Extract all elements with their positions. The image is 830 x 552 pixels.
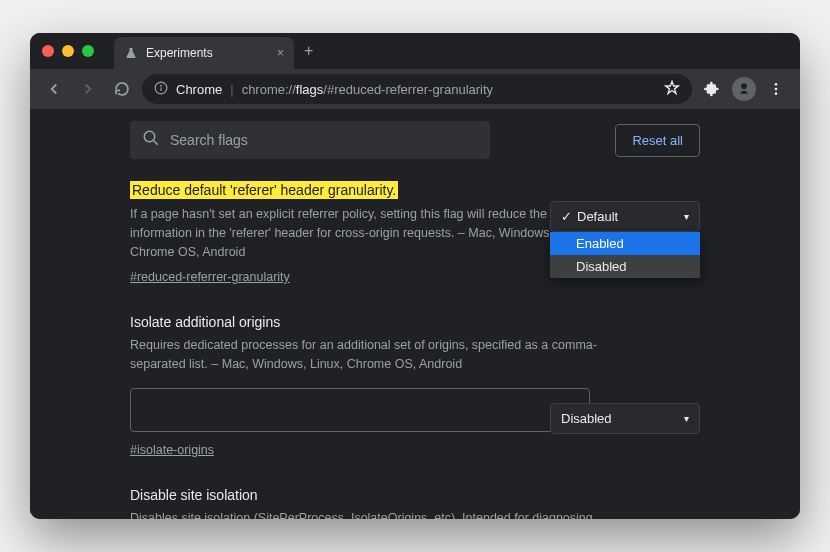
chevron-down-icon: ▾ bbox=[684, 211, 689, 222]
extension-area bbox=[698, 75, 790, 103]
tab-title: Experiments bbox=[146, 46, 213, 60]
menu-icon[interactable] bbox=[762, 75, 790, 103]
svg-point-3 bbox=[775, 83, 778, 86]
dropdown-option-enabled[interactable]: Enabled bbox=[550, 232, 700, 255]
flag-select-button[interactable]: Disabled ▾ bbox=[550, 403, 700, 434]
check-icon: ✓ bbox=[561, 209, 573, 224]
window-controls bbox=[42, 45, 94, 57]
flag-hash-link[interactable]: #isolate-origins bbox=[130, 443, 214, 457]
dropdown-option-disabled[interactable]: Disabled bbox=[550, 255, 700, 278]
search-input[interactable] bbox=[170, 132, 478, 148]
omnibox-label: Chrome bbox=[176, 82, 222, 97]
toolbar: Chrome | chrome://flags/#reduced-referre… bbox=[30, 69, 800, 109]
reload-button[interactable] bbox=[108, 75, 136, 103]
origins-input[interactable] bbox=[130, 388, 590, 432]
extensions-icon[interactable] bbox=[698, 75, 726, 103]
flag-title: Reduce default 'referer' header granular… bbox=[130, 181, 398, 199]
flag-title: Isolate additional origins bbox=[130, 314, 280, 330]
flag-select: ✓Default ▾ Enabled Disabled bbox=[550, 201, 700, 232]
search-box[interactable] bbox=[130, 121, 490, 159]
back-button[interactable] bbox=[40, 75, 68, 103]
flask-icon bbox=[124, 46, 138, 60]
close-window-button[interactable] bbox=[42, 45, 54, 57]
close-tab-icon[interactable]: × bbox=[277, 46, 284, 60]
flag-title: Disable site isolation bbox=[130, 487, 258, 503]
chevron-down-icon: ▾ bbox=[684, 413, 689, 424]
titlebar: Experiments × + bbox=[30, 33, 800, 69]
flag-select: Disabled ▾ bbox=[550, 403, 700, 434]
flag-description: Requires dedicated processes for an addi… bbox=[130, 336, 610, 374]
chrome-info-icon bbox=[154, 81, 168, 98]
address-bar[interactable]: Chrome | chrome://flags/#reduced-referre… bbox=[142, 74, 692, 104]
flags-list: Reduce default 'referer' header granular… bbox=[30, 171, 800, 519]
search-icon bbox=[142, 129, 160, 151]
reset-all-button[interactable]: Reset all bbox=[615, 124, 700, 157]
flag-dropdown: Enabled Disabled bbox=[550, 232, 700, 278]
browser-tab[interactable]: Experiments × bbox=[114, 37, 294, 69]
flag-description: Disables site isolation (SitePerProcess,… bbox=[130, 509, 610, 519]
bookmark-star-icon[interactable] bbox=[664, 80, 680, 99]
svg-point-4 bbox=[775, 88, 778, 91]
flag-disable-site-isolation: Disable site isolation Disables site iso… bbox=[130, 486, 700, 519]
svg-point-5 bbox=[775, 92, 778, 95]
flag-description: If a page hasn't set an explicit referre… bbox=[130, 205, 610, 261]
flag-reduced-referrer: Reduce default 'referer' header granular… bbox=[130, 181, 700, 285]
new-tab-button[interactable]: + bbox=[304, 42, 313, 60]
browser-window: Experiments × + Chrome | chrome://flags/… bbox=[30, 33, 800, 519]
flag-select-button[interactable]: ✓Default ▾ bbox=[550, 201, 700, 232]
flags-topbar: Reset all bbox=[30, 109, 800, 171]
svg-rect-2 bbox=[160, 87, 161, 91]
flag-hash-link[interactable]: #reduced-referrer-granularity bbox=[130, 270, 290, 284]
svg-point-6 bbox=[144, 131, 155, 142]
minimize-window-button[interactable] bbox=[62, 45, 74, 57]
forward-button[interactable] bbox=[74, 75, 102, 103]
page-content: Reset all Reduce default 'referer' heade… bbox=[30, 109, 800, 519]
flag-isolate-origins: Isolate additional origins Requires dedi… bbox=[130, 313, 700, 458]
maximize-window-button[interactable] bbox=[82, 45, 94, 57]
profile-icon[interactable] bbox=[732, 77, 756, 101]
svg-point-1 bbox=[160, 84, 162, 86]
